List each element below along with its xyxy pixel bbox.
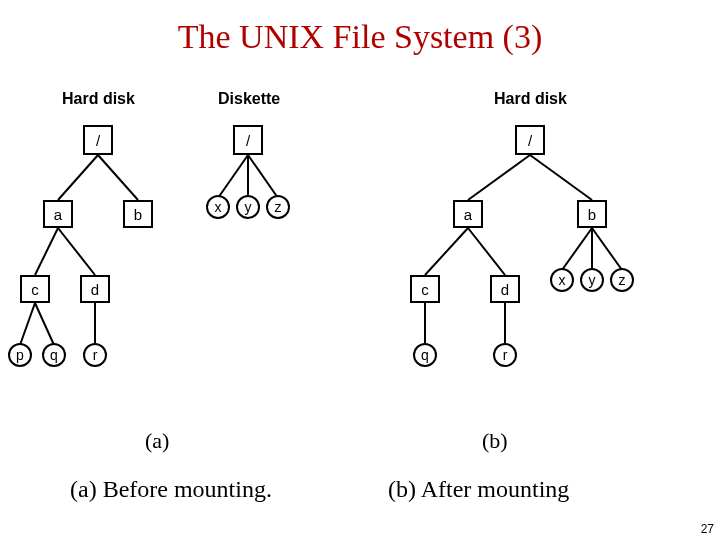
node-left-q: q <box>42 343 66 367</box>
node-diskette-y: y <box>236 195 260 219</box>
svg-line-4 <box>20 303 35 345</box>
slide-title: The UNIX File System (3) <box>0 0 720 56</box>
svg-line-7 <box>218 155 248 198</box>
page-number: 27 <box>701 522 714 536</box>
header-hard-disk-right: Hard disk <box>494 90 567 108</box>
node-right-z: z <box>610 268 634 292</box>
node-right-y: y <box>580 268 604 292</box>
node-right-q: q <box>413 343 437 367</box>
svg-line-13 <box>468 228 505 275</box>
svg-line-3 <box>58 228 95 275</box>
caption-right: (b) After mounting <box>388 476 569 503</box>
node-right-a: a <box>453 200 483 228</box>
header-diskette: Diskette <box>218 90 280 108</box>
node-left-b: b <box>123 200 153 228</box>
node-right-root: / <box>515 125 545 155</box>
node-left-root: / <box>83 125 113 155</box>
node-diskette-x: x <box>206 195 230 219</box>
svg-line-11 <box>530 155 592 200</box>
node-left-r: r <box>83 343 107 367</box>
sublabel-b: (b) <box>482 428 508 454</box>
node-diskette-root: / <box>233 125 263 155</box>
node-left-c: c <box>20 275 50 303</box>
caption-left: (a) Before mounting. <box>70 476 272 503</box>
svg-line-16 <box>562 228 592 270</box>
svg-line-18 <box>592 228 622 270</box>
svg-line-2 <box>35 228 58 275</box>
svg-line-12 <box>425 228 468 275</box>
node-right-b: b <box>577 200 607 228</box>
svg-line-9 <box>248 155 278 198</box>
svg-line-10 <box>468 155 530 200</box>
node-right-c: c <box>410 275 440 303</box>
node-right-d: d <box>490 275 520 303</box>
node-left-p: p <box>8 343 32 367</box>
sublabel-a: (a) <box>145 428 169 454</box>
svg-line-0 <box>58 155 98 200</box>
svg-line-5 <box>35 303 54 345</box>
header-hard-disk-left: Hard disk <box>62 90 135 108</box>
svg-line-1 <box>98 155 138 200</box>
node-right-r: r <box>493 343 517 367</box>
mounting-diagram: Hard disk Diskette Hard disk / a b c d p… <box>0 90 720 410</box>
node-left-a: a <box>43 200 73 228</box>
node-diskette-z: z <box>266 195 290 219</box>
node-left-d: d <box>80 275 110 303</box>
node-right-x: x <box>550 268 574 292</box>
